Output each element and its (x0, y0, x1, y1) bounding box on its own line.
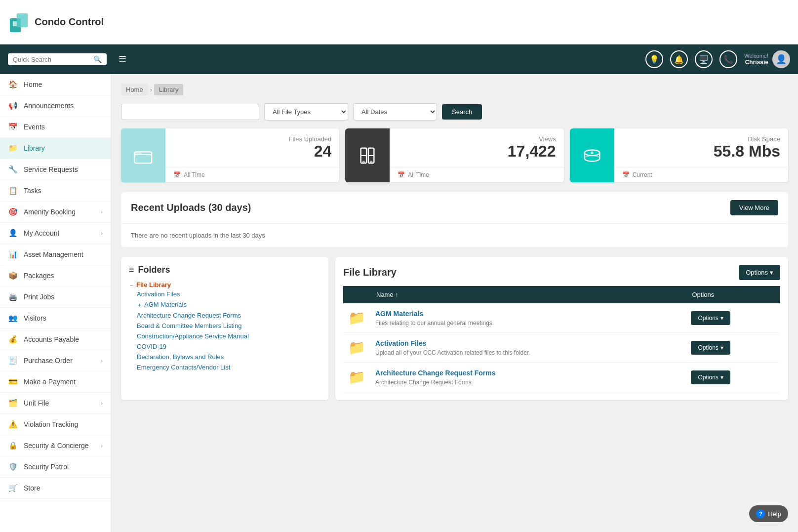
folder-tree-item[interactable]: COVID-19 (129, 341, 320, 352)
file-name-link[interactable]: Architecture Change Request Forms (375, 369, 496, 377)
folder-tree-item[interactable]: Architecture Change Request Forms (129, 310, 320, 321)
sidebar-item-my-account[interactable]: 👤 My Account › (0, 223, 111, 244)
view-more-button[interactable]: View More (730, 200, 778, 215)
search-icon[interactable]: 🔍 (93, 55, 102, 63)
folder-tree-item[interactable]: Construction/Appliance Service Manual (129, 331, 320, 341)
folder-link[interactable]: AGM Materials (144, 301, 187, 308)
file-options-button[interactable]: Options ▾ (691, 311, 730, 325)
sidebar-item-visitors[interactable]: 👥 Visitors (0, 308, 111, 329)
stat-card-2: Disk Space 55.8 Mbs 📅 Current (570, 128, 788, 182)
sidebar-item-service-requests[interactable]: 🔧 Service Requests (0, 159, 111, 180)
col-name[interactable]: Name (370, 286, 686, 303)
folder-link[interactable]: COVID-19 (137, 343, 166, 350)
file-description: Files relating to our annual general mee… (375, 320, 681, 327)
bell-icon-btn[interactable]: 🔔 (670, 50, 688, 68)
sidebar-icon: 💳 (8, 377, 18, 386)
search-box[interactable]: 🔍 (8, 53, 107, 65)
folder-link[interactable]: Construction/Appliance Service Manual (137, 332, 249, 340)
chevron-right-icon: › (101, 443, 103, 449)
chevron-right-icon: › (101, 209, 103, 215)
sidebar-item-announcements[interactable]: 📢 Announcements (0, 95, 111, 117)
folder-tree-item[interactable]: Declaration, Bylaws and Rules (129, 352, 320, 362)
sidebar-item-events[interactable]: 📅 Events (0, 117, 111, 138)
search-input[interactable] (13, 56, 90, 63)
sidebar-item-security-patrol[interactable]: 🛡️ Security Patrol (0, 456, 111, 478)
sidebar-label: My Account (24, 229, 95, 237)
stat-value: 17,422 (508, 143, 556, 160)
stat-info: Files Uploaded 24 (165, 128, 339, 167)
sidebar-item-store[interactable]: 🛒 Store (0, 478, 111, 499)
monitor-icon-btn[interactable]: 🖥️ (695, 50, 713, 68)
folder-link[interactable]: Emergency Contacts/Vendor List (137, 364, 230, 371)
sidebar-item-print-jobs[interactable]: 🖨️ Print Jobs (0, 286, 111, 308)
folder-tree-item[interactable]: ＋AGM Materials (129, 299, 320, 310)
sidebar-item-accounts-payable[interactable]: 💰 Accounts Payable (0, 329, 111, 350)
library-search-input[interactable] (121, 104, 259, 120)
sidebar-icon: 🔒 (8, 441, 18, 450)
folder-icon-cell: 📁 (343, 333, 370, 363)
options-label: Options (746, 269, 768, 276)
file-type-select[interactable]: All File TypesPDFWordExcelImage (264, 103, 348, 121)
folder-tree-item[interactable]: Activation Files (129, 289, 320, 299)
folder-link[interactable]: Board & Committee Members Listing (137, 322, 241, 329)
svg-rect-1 (17, 13, 28, 27)
phone-icon-btn[interactable]: 📞 (719, 50, 737, 68)
sidebar-icon: 📁 (8, 144, 18, 153)
sidebar-icon: 🧾 (8, 356, 18, 365)
folder-root[interactable]: －File Library (129, 281, 320, 289)
sidebar-icon: 📋 (8, 186, 18, 195)
sidebar-item-library[interactable]: 📁 Library (0, 138, 111, 159)
search-button[interactable]: Search (442, 104, 482, 120)
recent-uploads-body: There are no recent uploads in the last … (121, 224, 788, 247)
file-name-cell: AGM Materials Files relating to our annu… (370, 303, 686, 333)
sidebar-label: Print Jobs (24, 293, 103, 301)
help-button[interactable]: ? Help (749, 505, 788, 522)
folder-link[interactable]: Activation Files (137, 290, 180, 298)
sidebar-item-packages[interactable]: 📦 Packages (0, 265, 111, 286)
svg-rect-2 (13, 21, 17, 26)
recent-uploads-section: Recent Uploads (30 days) View More There… (121, 192, 788, 247)
breadcrumb-separator: › (150, 86, 152, 93)
hamburger-menu-icon[interactable]: ☰ (115, 52, 130, 67)
sidebar-label: Service Requests (24, 165, 103, 173)
sidebar-icon: 🛒 (8, 484, 18, 492)
breadcrumb-home[interactable]: Home (121, 84, 148, 95)
user-area[interactable]: Welcome! Chrissie 👤 (744, 50, 790, 68)
file-options-button[interactable]: Options ▾ (691, 370, 730, 384)
sidebar-item-violation-tracking[interactable]: ⚠️ Violation Tracking (0, 414, 111, 435)
sidebar-icon: ⚠️ (8, 420, 18, 429)
sidebar-icon: 📢 (8, 101, 18, 110)
content-area: Home › Library All File TypesPDFWordExce… (111, 74, 798, 532)
folders-title: ≡ Folders (129, 265, 320, 275)
table-row: 📁 Activation Files Upload all of your CC… (343, 333, 780, 363)
sidebar-icon: 📦 (8, 271, 18, 280)
file-library-options-button[interactable]: Options ▾ (739, 265, 780, 280)
folder-tree-item[interactable]: Emergency Contacts/Vendor List (129, 362, 320, 372)
sidebar-item-asset-management[interactable]: 📊 Asset Management (0, 244, 111, 265)
folder-link[interactable]: Declaration, Bylaws and Rules (137, 353, 224, 361)
sidebar-item-amenity-booking[interactable]: 🎯 Amenity Booking › (0, 202, 111, 223)
lightbulb-icon-btn[interactable]: 💡 (645, 50, 663, 68)
library-search-bar: All File TypesPDFWordExcelImage All Date… (121, 103, 788, 121)
sidebar-item-unit-file[interactable]: 🗂️ Unit File › (0, 393, 111, 414)
avatar[interactable]: 👤 (772, 50, 790, 68)
sidebar-item-security--concierge[interactable]: 🔒 Security & Concierge › (0, 435, 111, 456)
sidebar-label: Security Patrol (24, 463, 103, 471)
sidebar-item-tasks[interactable]: 📋 Tasks (0, 180, 111, 202)
file-options-button[interactable]: Options ▾ (691, 341, 730, 355)
folder-link[interactable]: Architecture Change Request Forms (137, 312, 241, 319)
folder-tree-item[interactable]: Board & Committee Members Listing (129, 321, 320, 331)
date-select[interactable]: All DatesLast 7 DaysLast 30 DaysLast Yea… (353, 103, 437, 121)
stat-label: Views (539, 135, 556, 143)
folder-icon-cell: 📁 (343, 363, 370, 392)
folder-root-link[interactable]: File Library (136, 281, 171, 288)
sidebar-item-home[interactable]: 🏠 Home (0, 74, 111, 95)
sidebar-label: Violation Tracking (24, 420, 103, 428)
stat-icon (570, 128, 614, 182)
sidebar-item-make-a-payment[interactable]: 💳 Make a Payment (0, 371, 111, 393)
file-name-link[interactable]: AGM Materials (375, 310, 423, 318)
sidebar-item-purchase-order[interactable]: 🧾 Purchase Order › (0, 350, 111, 371)
svg-point-6 (362, 161, 365, 164)
file-name-link[interactable]: Activation Files (375, 339, 426, 347)
stat-footer: 📅 All Time (390, 167, 563, 182)
